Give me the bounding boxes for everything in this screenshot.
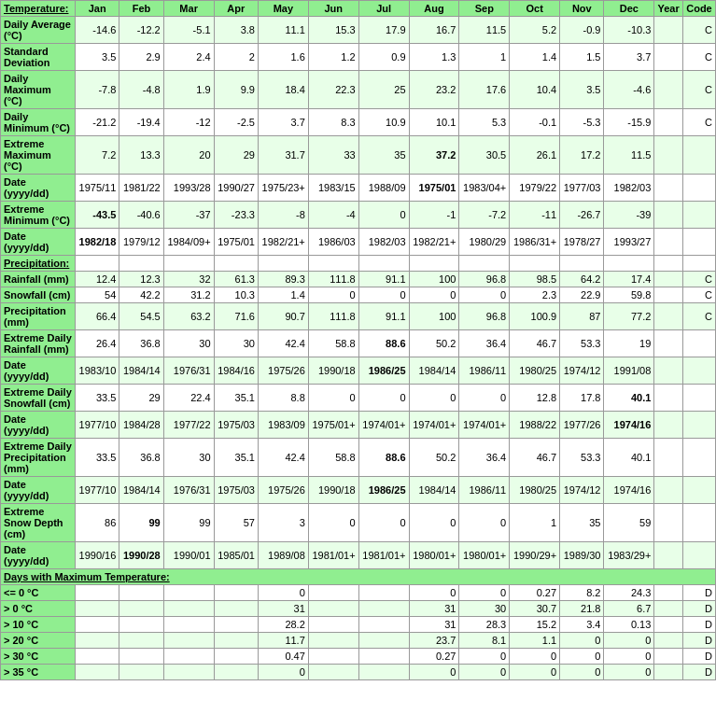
cell [308, 601, 358, 617]
cell: 1983/10 [76, 357, 119, 385]
cell: 36.4 [459, 330, 510, 357]
cell: 53.3 [560, 439, 604, 477]
cell [654, 585, 683, 601]
cell [654, 17, 683, 44]
cell [682, 330, 715, 357]
col-sep: Sep [459, 1, 510, 17]
col-apr: Apr [214, 1, 258, 17]
cell: 0 [358, 385, 409, 412]
cell: 1980/01+ [459, 542, 510, 569]
cell: 100 [409, 272, 459, 287]
cell: 17.4 [604, 272, 654, 287]
cell: 1978/27 [560, 229, 604, 256]
precipitation-header-row: Precipitation: [1, 256, 716, 272]
cell: 1982/03 [604, 175, 654, 202]
cell: 1 [510, 504, 560, 542]
cell: 3 [258, 504, 308, 542]
cell [358, 601, 409, 617]
cell: C [682, 71, 715, 109]
cell: 8.3 [308, 109, 358, 136]
cell: 1974/16 [604, 412, 654, 439]
table-row: > 30 °C 0.47 0.27 0 0 0 0 D [1, 649, 716, 665]
cell: 88.6 [358, 330, 409, 357]
row-label: Extreme Daily Snowfall (cm) [1, 385, 76, 412]
cell: 1976/31 [163, 357, 214, 385]
cell: 18.4 [258, 71, 308, 109]
cell: 1.6 [258, 44, 308, 71]
cell: D [682, 617, 715, 633]
cell: 1980/01+ [409, 542, 459, 569]
cell [682, 477, 715, 504]
cell: 3.4 [560, 617, 604, 633]
cell: 1975/03 [214, 412, 258, 439]
cell: 1975/01+ [308, 412, 358, 439]
cell: 1984/28 [119, 412, 163, 439]
row-label: > 10 °C [1, 617, 76, 633]
cell: 1974/16 [604, 477, 654, 504]
cell: 90.7 [258, 303, 308, 330]
cell: 1984/09+ [163, 229, 214, 256]
cell [214, 601, 258, 617]
cell: C [682, 44, 715, 71]
cell [654, 330, 683, 357]
cell: 0 [258, 665, 308, 680]
cell [682, 229, 715, 256]
cell: -7.2 [459, 202, 510, 229]
col-jun: Jun [308, 1, 358, 17]
cell: 1979/22 [510, 175, 560, 202]
cell: 10.9 [358, 109, 409, 136]
cell: 0 [409, 585, 459, 601]
table-row: Precipitation (mm) 66.4 54.5 63.2 71.6 9… [1, 303, 716, 330]
cell: 3.5 [560, 71, 604, 109]
row-label: Date (yyyy/dd) [1, 412, 76, 439]
cell [654, 272, 683, 287]
cell: 8.1 [459, 633, 510, 649]
cell: 35.1 [214, 439, 258, 477]
cell: 9.9 [214, 71, 258, 109]
cell: 1990/28 [119, 542, 163, 569]
cell: 15.3 [308, 17, 358, 44]
cell [654, 303, 683, 330]
cell: 19 [604, 330, 654, 357]
cell [119, 585, 163, 601]
cell: 100 [409, 303, 459, 330]
cell: -5.1 [163, 17, 214, 44]
cell [119, 601, 163, 617]
cell: 100.9 [510, 303, 560, 330]
cell: 1981/22 [119, 175, 163, 202]
cell: 11.7 [258, 633, 308, 649]
cell [308, 617, 358, 633]
cell: 98.5 [510, 272, 560, 287]
cell: -15.9 [604, 109, 654, 136]
cell: 40.1 [604, 439, 654, 477]
cell: -43.5 [76, 202, 119, 229]
cell: 1980/25 [510, 477, 560, 504]
cell: 1977/10 [76, 412, 119, 439]
col-nov: Nov [560, 1, 604, 17]
cell [119, 665, 163, 680]
cell: 0 [459, 385, 510, 412]
cell: 22.3 [308, 71, 358, 109]
cell: C [682, 17, 715, 44]
row-label: Extreme Daily Rainfall (mm) [1, 330, 76, 357]
cell [682, 439, 715, 477]
row-label: Date (yyyy/dd) [1, 357, 76, 385]
cell: 1989/30 [560, 542, 604, 569]
days-header-row: Days with Maximum Temperature: [1, 569, 716, 585]
cell: 12.8 [510, 385, 560, 412]
cell: 1982/21+ [409, 229, 459, 256]
cell: 12.3 [119, 272, 163, 287]
cell: 30 [163, 439, 214, 477]
cell: 1982/21+ [258, 229, 308, 256]
cell: 26.1 [510, 136, 560, 175]
cell [163, 256, 214, 272]
cell [76, 649, 119, 665]
col-year: Year [654, 1, 683, 17]
cell [358, 665, 409, 680]
row-label: Precipitation (mm) [1, 303, 76, 330]
cell: 35.1 [214, 385, 258, 412]
cell: 28.2 [258, 617, 308, 633]
cell [308, 256, 358, 272]
cell: 1991/08 [604, 357, 654, 385]
cell [163, 585, 214, 601]
